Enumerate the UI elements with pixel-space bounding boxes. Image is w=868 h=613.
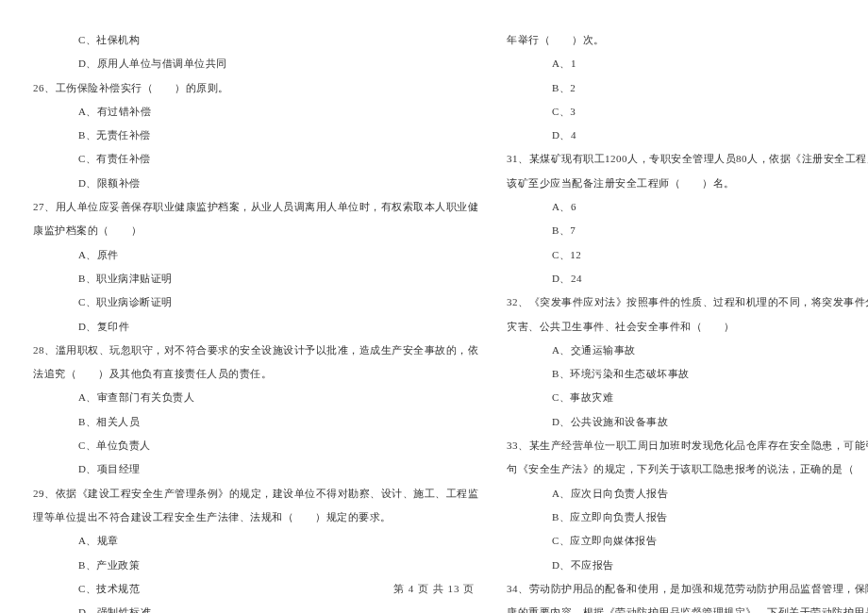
option-text: C、事故灾难 [507,386,868,409]
option-text: D、限额补偿 [33,172,478,195]
option-text: A、审查部门有关负责人 [33,386,478,409]
option-text: D、强制性标准 [33,601,478,613]
option-text: A、1 [507,52,868,75]
page-container: C、社保机构 D、原用人单位与借调单位共同 26、工伤保险补偿实行（ ）的原则。… [19,28,849,575]
option-text: C、单位负责人 [33,434,478,457]
option-text: A、有过错补偿 [33,100,478,124]
right-column: 年举行（ ）次。 A、1 B、2 C、3 D、4 31、某煤矿现有职工1200人… [492,28,868,575]
question-text: 康的重要内容。根据《劳动防护用品监督管理规定》，下列关于劳动防护用品配备和使用的… [507,601,868,613]
option-text: B、7 [507,219,868,242]
option-text: B、无责任补偿 [33,124,478,147]
question-text: 28、滥用职权、玩忽职守，对不符合要求的安全设施设计予以批准，造成生产安全事故的… [33,339,478,362]
question-text: 年举行（ ）次。 [507,28,868,52]
option-text: D、公共设施和设备事故 [507,410,868,434]
page-footer: 第 4 页 共 13 页 [0,582,868,596]
option-text: B、职业病津贴证明 [33,267,478,290]
option-text: D、24 [507,267,868,290]
option-text: D、复印件 [33,315,478,339]
option-text: B、应立即向负责人报告 [507,505,868,529]
question-text: 29、依据《建设工程安全生产管理条例》的规定，建设单位不得对勘察、设计、施工、工… [33,482,478,505]
option-text: D、项目经理 [33,457,478,481]
question-text: 26、工伤保险补偿实行（ ）的原则。 [33,76,478,100]
option-text: B、相关人员 [33,410,478,434]
option-text: C、3 [507,100,868,124]
question-text: 理等单位提出不符合建设工程安全生产法律、法规和（ ）规定的要求。 [33,505,478,529]
option-text: A、应次日向负责人报告 [507,482,868,505]
question-text: 33、某生产经营单位一职工周日加班时发现危化品仓库存在安全隐患，可能引发重大事故… [507,434,868,457]
option-text: D、不应报告 [507,554,868,577]
question-text: 32、《突发事件应对法》按照事件的性质、过程和机理的不同，将突发事件分为四类：即… [507,290,868,314]
option-text: D、4 [507,124,868,147]
question-text: 法追究（ ）及其他负有直接责任人员的责任。 [33,362,478,386]
question-text: 灾害、公共卫生事件、社会安全事件和（ ） [507,315,868,339]
left-column: C、社保机构 D、原用人单位与借调单位共同 26、工伤保险补偿实行（ ）的原则。… [19,28,492,575]
question-text: 27、用人单位应妥善保存职业健康监护档案，从业人员调离用人单位时，有权索取本人职… [33,195,478,219]
option-text: A、交通运输事故 [507,339,868,362]
option-text: B、2 [507,76,868,100]
option-text: C、有责任补偿 [33,147,478,171]
option-text: C、12 [507,243,868,267]
option-text: B、产业政策 [33,554,478,577]
option-text: A、规章 [33,529,478,553]
option-text: A、6 [507,195,868,219]
question-text: 句《安全生产法》的规定，下列关于该职工隐患报考的说法，正确的是（ ） [507,457,868,481]
question-text: 康监护档案的（ ） [33,219,478,242]
option-text: B、环境污染和生态破坏事故 [507,362,868,386]
option-text: D、原用人单位与借调单位共同 [33,52,478,75]
question-text: 该矿至少应当配备注册安全工程师（ ）名。 [507,172,868,195]
question-text: 31、某煤矿现有职工1200人，专职安全管理人员80人，依据《注册安全工程师管理… [507,147,868,171]
option-text: A、原件 [33,243,478,267]
option-text: C、职业病诊断证明 [33,290,478,314]
option-text: C、社保机构 [33,28,478,52]
option-text: C、应立即向媒体报告 [507,529,868,553]
